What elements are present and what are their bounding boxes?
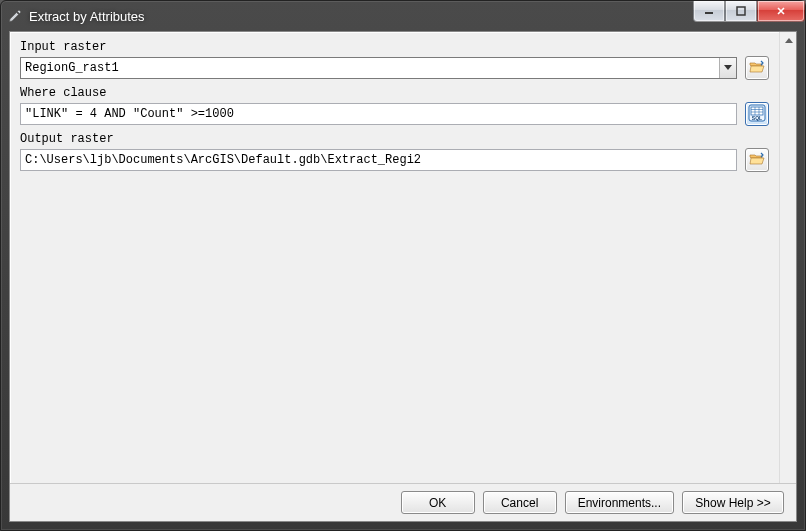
svg-rect-1 bbox=[737, 7, 745, 15]
svg-text:SQL: SQL bbox=[752, 115, 762, 121]
input-raster-value: RegionG_rast1 bbox=[25, 61, 719, 75]
folder-open-icon bbox=[749, 60, 765, 77]
folder-open-icon bbox=[749, 152, 765, 169]
cancel-button[interactable]: Cancel bbox=[483, 491, 557, 514]
form-area: Input raster RegionG_rast1 bbox=[10, 32, 779, 483]
content-area: Input raster RegionG_rast1 bbox=[10, 32, 796, 483]
close-button[interactable] bbox=[757, 1, 805, 22]
where-clause-field: Where clause "LINK" = 4 AND "Count" >=10… bbox=[20, 86, 769, 126]
window-title: Extract by Attributes bbox=[29, 9, 145, 24]
window-controls bbox=[693, 1, 805, 22]
maximize-button[interactable] bbox=[725, 1, 757, 22]
hammer-icon bbox=[7, 8, 23, 24]
environments-button[interactable]: Environments... bbox=[565, 491, 674, 514]
chevron-down-icon[interactable] bbox=[719, 58, 736, 78]
button-bar: OK Cancel Environments... Show Help >> bbox=[10, 483, 796, 521]
show-help-button[interactable]: Show Help >> bbox=[682, 491, 784, 514]
output-raster-input[interactable]: C:\Users\ljb\Documents\ArcGIS\Default.gd… bbox=[20, 149, 737, 171]
svg-rect-3 bbox=[751, 107, 763, 115]
input-raster-field: Input raster RegionG_rast1 bbox=[20, 40, 769, 80]
dialog-window: Extract by Attributes Input raster Regio… bbox=[0, 0, 806, 531]
vertical-scrollbar[interactable] bbox=[779, 32, 796, 483]
output-raster-label: Output raster bbox=[20, 132, 769, 146]
input-raster-combo[interactable]: RegionG_rast1 bbox=[20, 57, 737, 79]
scroll-up-icon[interactable] bbox=[780, 32, 796, 49]
where-clause-label: Where clause bbox=[20, 86, 769, 100]
svg-rect-0 bbox=[705, 12, 713, 14]
sql-builder-button[interactable]: SQL bbox=[745, 102, 769, 126]
sql-icon: SQL bbox=[748, 104, 766, 125]
output-raster-field: Output raster C:\Users\ljb\Documents\Arc… bbox=[20, 132, 769, 172]
where-clause-input[interactable]: "LINK" = 4 AND "Count" >=1000 bbox=[20, 103, 737, 125]
browse-output-button[interactable] bbox=[745, 148, 769, 172]
minimize-button[interactable] bbox=[693, 1, 725, 22]
browse-input-button[interactable] bbox=[745, 56, 769, 80]
ok-button[interactable]: OK bbox=[401, 491, 475, 514]
title-bar[interactable]: Extract by Attributes bbox=[1, 1, 805, 31]
input-raster-label: Input raster bbox=[20, 40, 769, 54]
client-area: Input raster RegionG_rast1 bbox=[9, 31, 797, 522]
